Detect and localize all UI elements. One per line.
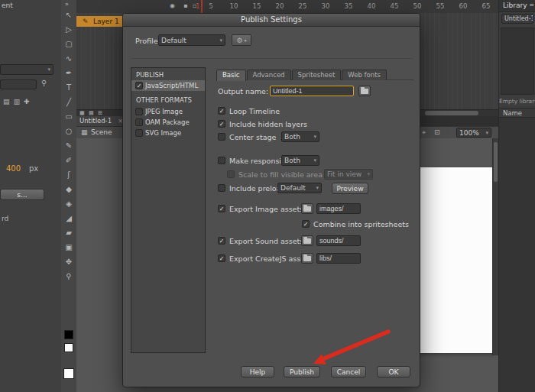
- make-responsive-dropdown[interactable]: Both ▾: [281, 155, 319, 166]
- properties-dropdown[interactable]: ▾: [0, 64, 54, 75]
- eye-icon[interactable]: ◉: [170, 2, 175, 9]
- rectangle-tool-icon[interactable]: ▭: [65, 112, 72, 121]
- profile-options-button[interactable]: ⚙ ▾: [232, 34, 251, 46]
- clip-content-icon[interactable]: ⊡: [434, 128, 440, 136]
- scale-to-fill-dropdown[interactable]: Fit in view ▾: [324, 169, 373, 180]
- bone-tool-icon[interactable]: ʃ: [67, 170, 70, 179]
- cancel-button[interactable]: Cancel: [331, 366, 366, 377]
- pencil-tool-icon[interactable]: ✎: [66, 141, 72, 150]
- text-tool-icon[interactable]: T: [66, 83, 71, 92]
- selection-tool-icon[interactable]: ↖: [66, 11, 72, 19]
- center-stage-dropdown[interactable]: Both ▾: [281, 131, 319, 142]
- loop-timeline-checkbox[interactable]: ✓: [218, 107, 225, 115]
- zoom-level-dropdown[interactable]: 100% ▾: [456, 128, 491, 138]
- stage-vscrollbar-thumb[interactable]: [494, 142, 498, 182]
- chevron-down-icon: ▾: [367, 171, 370, 177]
- ruler-number: 20: [272, 2, 287, 10]
- stage-width-value[interactable]: 400: [6, 164, 21, 173]
- edit-multiple-frames-icon[interactable]: ⊞: [98, 110, 102, 116]
- export-image-assets-checkbox[interactable]: ✓: [218, 205, 225, 212]
- clapper-icon: ▦: [81, 128, 88, 136]
- eraser-tool-icon[interactable]: ▰: [66, 228, 72, 237]
- playhead-marker[interactable]: [201, 0, 203, 13]
- format-item-jpeg-image[interactable]: JPEG Image: [131, 106, 205, 117]
- paint-bucket-tool-icon[interactable]: ◆: [66, 185, 72, 193]
- timeline-ruler[interactable]: ◉ ▪ ▫ 1 5 10 15 20 25 30 35 40 45 50 55 …: [76, 0, 498, 14]
- checkmark-icon: ✓: [219, 238, 225, 245]
- svg-image-checkbox[interactable]: [135, 129, 143, 137]
- pen-tool-icon[interactable]: ✒: [66, 69, 72, 77]
- magnifier-icon[interactable]: ⚲: [41, 79, 47, 87]
- stroke-color-swatch[interactable]: [64, 330, 73, 339]
- brush-tool-icon[interactable]: ✐: [66, 156, 72, 164]
- oval-tool-icon[interactable]: ○: [66, 127, 73, 135]
- onion-skin-icon[interactable]: ▦: [79, 110, 85, 116]
- fill-color-large-swatch[interactable]: [63, 368, 74, 379]
- export-createjs-folder-button[interactable]: [301, 253, 313, 264]
- publish-settings-shortcut-button[interactable]: s...: [0, 189, 44, 200]
- export-createjs-assets-checkbox[interactable]: ✓: [218, 254, 225, 262]
- document-tab[interactable]: Untitled-1 ×: [76, 116, 125, 126]
- free-transform-tool-icon[interactable]: ▢: [65, 40, 72, 48]
- output-name-input[interactable]: [270, 86, 354, 96]
- preview-button[interactable]: Preview: [332, 183, 368, 194]
- panel-collapse-icon[interactable]: »: [65, 1, 69, 8]
- tab-spritesheet[interactable]: Spritesheet: [292, 70, 342, 80]
- format-item-oam-package[interactable]: OAM Package: [131, 117, 205, 128]
- tab-basic[interactable]: Basic: [216, 70, 246, 81]
- library-item-list[interactable]: [499, 118, 535, 392]
- help-button[interactable]: Help: [241, 366, 274, 377]
- combine-spritesheets-checkbox[interactable]: ✓: [302, 220, 310, 228]
- ok-button[interactable]: OK: [377, 366, 410, 377]
- fill-color-swatch[interactable]: [64, 343, 73, 352]
- center-stage-icon[interactable]: ⌖: [422, 128, 426, 137]
- export-sound-assets-checkbox[interactable]: ✓: [218, 237, 225, 245]
- checkmark-icon: ✓: [219, 121, 225, 128]
- profile-dropdown[interactable]: Default ▾: [158, 34, 225, 46]
- javascript-html-checkbox[interactable]: ✓: [135, 82, 143, 89]
- make-responsive-checkbox[interactable]: [218, 157, 225, 164]
- format-item-svg-image[interactable]: SVG Image: [131, 128, 205, 138]
- oam-package-checkbox[interactable]: [135, 118, 143, 126]
- format-item-javascript-html[interactable]: ✓ JavaScript/HTML: [131, 80, 205, 91]
- dialog-title-bar[interactable]: Publish Settings: [123, 14, 420, 27]
- center-stage-checkbox[interactable]: [218, 133, 225, 141]
- lock-icon[interactable]: ▪: [183, 2, 187, 9]
- library-name-column-header[interactable]: Name: [499, 108, 535, 118]
- zoom-tool-icon[interactable]: ⚲: [66, 272, 71, 280]
- properties-small-field[interactable]: [0, 79, 37, 89]
- library-empty-text: Empty library: [499, 98, 535, 105]
- panel-menu-icon[interactable]: ≡: [529, 2, 534, 8]
- chevron-down-icon: ▾: [313, 134, 316, 140]
- tab-web-fonts[interactable]: Web fonts: [342, 70, 387, 80]
- layer-name[interactable]: Layer 1: [93, 16, 119, 27]
- format-item-label: SVG Image: [145, 128, 181, 138]
- export-sound-path-input[interactable]: [316, 235, 361, 246]
- include-preloader-checkbox[interactable]: [218, 184, 225, 192]
- playhead-frame-number[interactable]: 1: [196, 2, 199, 10]
- line-tool-icon[interactable]: ╱: [66, 98, 71, 106]
- export-image-path-input[interactable]: [316, 203, 361, 214]
- tab-advanced[interactable]: Advanced: [247, 70, 291, 80]
- folder-icon: [303, 206, 311, 212]
- library-document-dropdown[interactable]: Untitled-1: [501, 14, 533, 24]
- hand-tool-icon[interactable]: ✥: [66, 258, 72, 266]
- include-hidden-layers-checkbox[interactable]: ✓: [218, 120, 225, 128]
- jpeg-image-checkbox[interactable]: [135, 108, 143, 115]
- onion-outline-icon[interactable]: ▤: [89, 110, 94, 116]
- lasso-tool-icon[interactable]: ∿: [66, 54, 72, 63]
- library-tab-label[interactable]: Library: [503, 2, 527, 9]
- publish-button[interactable]: Publish: [284, 366, 320, 377]
- subselection-tool-icon[interactable]: ▷: [66, 25, 72, 34]
- camera-tool-icon[interactable]: ▣: [65, 243, 72, 251]
- ruler-number: 25: [295, 2, 310, 10]
- export-image-folder-button[interactable]: [301, 203, 313, 214]
- ink-bottle-tool-icon[interactable]: ◈: [66, 199, 72, 208]
- export-createjs-path-input[interactable]: [316, 253, 361, 264]
- eyedropper-tool-icon[interactable]: ◢: [66, 214, 72, 222]
- export-sound-folder-button[interactable]: [301, 235, 313, 246]
- timeline-hscrollbar-thumb[interactable]: [425, 111, 478, 115]
- include-preloader-dropdown[interactable]: Default ▾: [277, 183, 322, 193]
- scale-to-fill-checkbox[interactable]: [227, 170, 235, 178]
- output-folder-button[interactable]: [358, 86, 371, 96]
